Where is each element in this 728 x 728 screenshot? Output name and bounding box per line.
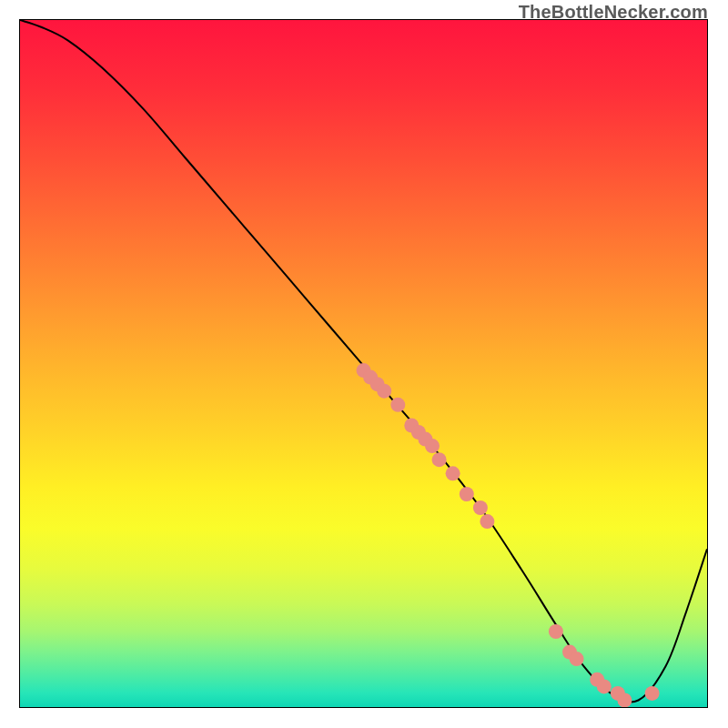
chart-root: TheBottleNecker.com <box>0 0 728 728</box>
plot-area <box>19 19 708 708</box>
svg-rect-0 <box>20 20 707 707</box>
gradient-background <box>20 20 707 707</box>
